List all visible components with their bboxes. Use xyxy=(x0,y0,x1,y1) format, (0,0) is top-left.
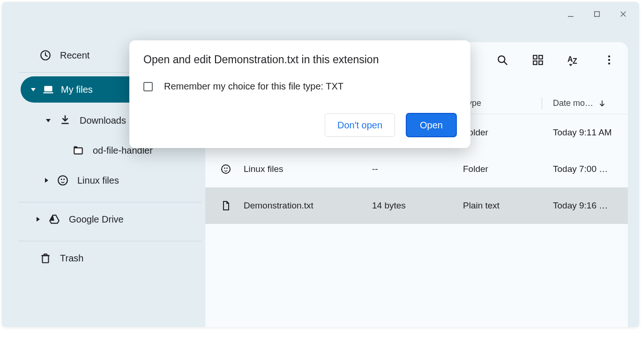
svg-point-6 xyxy=(61,178,62,180)
download-icon xyxy=(59,114,71,126)
sidebar-label-recent: Recent xyxy=(60,50,89,61)
dialog-actions: Don't open Open xyxy=(143,113,456,137)
sidebar-label-trash: Trash xyxy=(60,253,83,264)
table-row[interactable]: Linux files -- Folder Today 7:00 … xyxy=(205,151,628,187)
svg-rect-11 xyxy=(533,61,537,65)
sort-az-icon: A Z xyxy=(567,54,580,66)
more-vert-icon xyxy=(603,54,615,66)
view-grid-button[interactable] xyxy=(527,49,549,71)
svg-point-7 xyxy=(63,178,65,180)
sidebar-label-my-files: My files xyxy=(61,84,93,95)
svg-rect-10 xyxy=(539,55,543,59)
svg-point-19 xyxy=(224,168,225,169)
folder-icon xyxy=(72,144,84,156)
toolbar: A Z xyxy=(491,49,620,71)
remember-choice-checkbox[interactable]: Remember my choice for this file type: T… xyxy=(143,81,456,92)
window-minimize-button[interactable] xyxy=(559,5,582,23)
trash-icon xyxy=(39,252,52,264)
grid-icon xyxy=(532,54,544,66)
linux-icon xyxy=(220,163,231,175)
open-file-dialog: Open and edit Demonstration.txt in this … xyxy=(129,40,470,148)
file-size: -- xyxy=(372,164,378,174)
svg-rect-12 xyxy=(539,61,543,65)
dont-open-button[interactable]: Don't open xyxy=(325,113,395,137)
svg-rect-3 xyxy=(44,86,52,91)
file-type: Plain text xyxy=(463,201,499,211)
svg-rect-4 xyxy=(43,92,53,93)
chevron-down-icon xyxy=(31,88,36,91)
sidebar-separator xyxy=(19,202,201,202)
svg-point-16 xyxy=(608,59,610,61)
file-name: Demonstration.txt xyxy=(244,201,313,211)
search-icon xyxy=(496,54,508,66)
svg-text:Z: Z xyxy=(573,57,577,65)
sort-button[interactable]: A Z xyxy=(562,49,585,71)
file-date: Today 9:16 … xyxy=(553,201,628,211)
minimize-icon xyxy=(566,10,575,18)
more-options-button[interactable] xyxy=(598,49,620,71)
file-size: 14 bytes xyxy=(372,201,406,211)
file-date: Today 7:00 … xyxy=(553,164,628,174)
arrow-down-icon xyxy=(598,99,606,108)
linux-icon xyxy=(57,174,69,186)
chevron-right-icon xyxy=(37,217,40,222)
sidebar-separator xyxy=(19,241,201,241)
file-name: Linux files xyxy=(244,164,283,174)
maximize-icon xyxy=(593,10,601,18)
svg-point-17 xyxy=(608,62,610,64)
svg-point-5 xyxy=(58,176,67,185)
dialog-title: Open and edit Demonstration.txt in this … xyxy=(143,53,456,66)
column-header-date[interactable]: Date mo… xyxy=(553,98,606,108)
laptop-icon xyxy=(42,83,54,96)
svg-rect-1 xyxy=(595,12,600,17)
sidebar-label-downloads: Downloads xyxy=(80,115,126,126)
file-type: Folder xyxy=(463,164,488,174)
svg-rect-9 xyxy=(533,55,537,59)
clock-icon xyxy=(39,49,52,61)
sidebar-label-linux: Linux files xyxy=(77,175,119,186)
close-icon xyxy=(619,10,627,18)
svg-point-18 xyxy=(222,165,230,173)
sidebar-item-linux-files[interactable]: Linux files xyxy=(21,167,201,193)
file-icon xyxy=(220,200,231,211)
sidebar-item-trash[interactable]: Trash xyxy=(21,245,201,271)
sidebar-label-gdrive: Google Drive xyxy=(69,214,124,225)
table-row[interactable]: Demonstration.txt 14 bytes Plain text To… xyxy=(205,187,628,224)
window-close-button[interactable] xyxy=(612,5,634,23)
chevron-down-icon xyxy=(46,119,51,122)
remember-choice-label: Remember my choice for this file type: T… xyxy=(164,81,343,92)
file-manager-window: Recent My files Downloads xyxy=(2,2,639,327)
drive-icon xyxy=(48,213,60,225)
sidebar-item-google-drive[interactable]: Google Drive xyxy=(21,206,201,232)
file-date: Today 9:11 AM xyxy=(553,127,628,138)
open-button[interactable]: Open xyxy=(406,113,456,137)
search-button[interactable] xyxy=(491,49,514,71)
svg-rect-0 xyxy=(568,16,574,17)
column-separator xyxy=(542,97,542,110)
window-maximize-button[interactable] xyxy=(586,5,608,23)
window-controls xyxy=(559,5,634,23)
checkbox-icon xyxy=(143,82,153,91)
chevron-right-icon xyxy=(45,178,48,183)
svg-point-20 xyxy=(226,168,228,169)
svg-point-15 xyxy=(608,55,610,57)
